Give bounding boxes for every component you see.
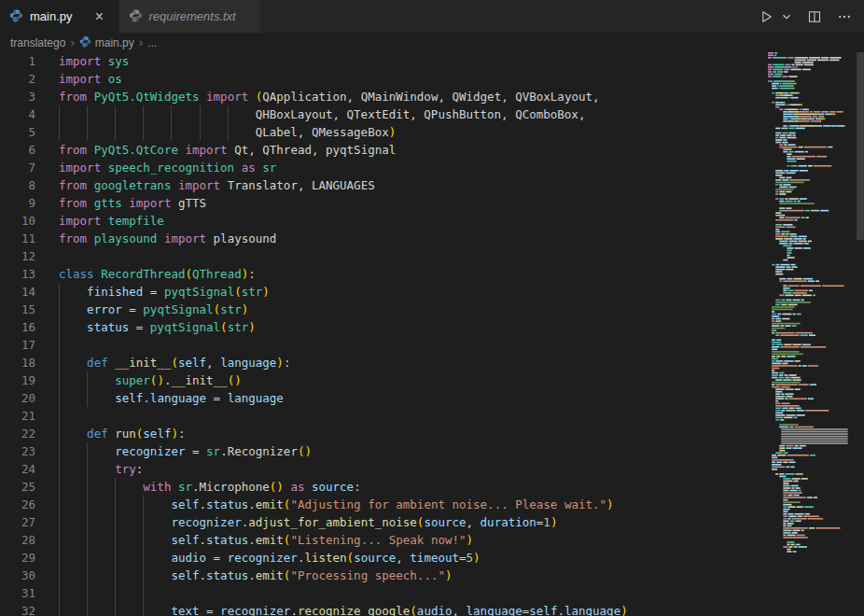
code-line-content: self.status.emit("Adjusting for ambient …: [59, 496, 614, 513]
code-line[interactable]: 5 QLabel, QMessageBox): [0, 123, 864, 141]
code-line[interactable]: 17: [0, 336, 864, 354]
code-line[interactable]: 2import os: [0, 70, 864, 88]
line-number: 22: [0, 425, 35, 442]
code-line[interactable]: 15 error = pyqtSignal(str): [0, 301, 864, 318]
code-line-content: recognizer = sr.Recognizer(): [59, 442, 312, 460]
scrollbar-thumb[interactable]: [857, 52, 864, 240]
code-line[interactable]: 8from googletrans import Translator, LAN…: [0, 176, 864, 194]
indent-guide: [59, 123, 60, 141]
indent-guide: [87, 567, 88, 584]
code-token: (: [185, 267, 192, 281]
vertical-scrollbar[interactable]: [857, 52, 864, 616]
code-line[interactable]: 14 finished = pyqtSignal(str): [0, 283, 864, 301]
code-token: self: [171, 568, 199, 582]
code-line[interactable]: 23 recognizer = sr.Recognizer(): [0, 442, 864, 460]
editor-tab-bar: main.py requirements.txt: [0, 0, 864, 33]
line-number: 1: [0, 52, 35, 70]
code-line[interactable]: 11from playsound import playsound: [0, 230, 864, 247]
code-line[interactable]: 29 audio = recognizer.listen(source, tim…: [0, 549, 864, 567]
run-dropdown-chevron-icon[interactable]: [780, 6, 793, 28]
code-line[interactable]: 26 self.status.emit("Adjusting for ambie…: [0, 496, 864, 513]
code-token: str: [228, 320, 249, 334]
code-line[interactable]: 24 try:: [0, 460, 864, 478]
tab-requirements-txt[interactable]: requirements.txt: [119, 0, 261, 33]
code-line[interactable]: 22 def run(self):: [0, 425, 864, 442]
code-token: QLabel, QMessageBox: [256, 125, 389, 139]
code-line[interactable]: 7import speech_recognition as sr: [0, 159, 864, 176]
code-line[interactable]: 4 QHBoxLayout, QTextEdit, QPushButton, Q…: [0, 105, 864, 123]
code-line-content: from googletrans import Translator, LANG…: [59, 176, 375, 194]
indent-guide: [87, 513, 88, 531]
code-line[interactable]: 16 status = pyqtSignal(str): [0, 318, 864, 336]
code-token: ,: [206, 356, 220, 370]
code-token: def: [87, 427, 115, 441]
code-line[interactable]: 10import tempfile: [0, 212, 864, 230]
split-editor-button[interactable]: [804, 6, 825, 28]
line-number: 4: [0, 105, 35, 123]
line-number: 11: [0, 230, 35, 247]
code-token: PyQt5.QtWidgets: [94, 90, 200, 104]
minimap[interactable]: [763, 52, 857, 616]
code-line[interactable]: 19 super().__init__(): [0, 371, 864, 389]
code-line[interactable]: 20 self.language = language: [0, 389, 864, 407]
code-line-content: from PyQt5.QtCore import Qt, QThread, py…: [59, 141, 396, 159]
code-line[interactable]: 30 self.status.emit("Processing speech..…: [0, 567, 864, 584]
code-line[interactable]: 18 def __init__(self, language):: [0, 354, 864, 371]
code-line[interactable]: 21: [0, 407, 864, 425]
code-line[interactable]: 6from PyQt5.QtCore import Qt, QThread, p…: [0, 141, 864, 159]
line-number: 28: [0, 531, 35, 549]
code-line-content: QLabel, QMessageBox): [59, 123, 396, 141]
code-line[interactable]: 12: [0, 247, 864, 265]
code-token: (): [228, 373, 242, 387]
indent-guide: [115, 513, 116, 531]
code-line[interactable]: 31: [0, 584, 864, 602]
close-tab-icon[interactable]: [91, 7, 109, 26]
run-python-file-button[interactable]: [756, 6, 776, 28]
code-editor[interactable]: 1import sys2import os3from PyQt5.QtWidge…: [0, 52, 864, 616]
pip-file-icon: [129, 8, 143, 25]
line-number: 6: [0, 141, 35, 159]
indent-guide: [200, 123, 201, 141]
code-token: source: [354, 551, 396, 565]
code-line-content: super().__init__(): [59, 371, 242, 389]
line-number: 18: [0, 354, 35, 371]
code-token: =: [122, 302, 144, 316]
indent-guide: [87, 602, 88, 616]
breadcrumb-item-folder[interactable]: translatego: [10, 36, 65, 49]
code-token: import: [171, 178, 227, 192]
code-line[interactable]: 25 with sr.Microphone() as source:: [0, 478, 864, 496]
code-token: ): [620, 604, 628, 616]
code-line[interactable]: 27 recognizer.adjust_for_ambient_noise(s…: [0, 513, 864, 531]
code-line-content: self.status.emit("Listening... Speak now…: [59, 531, 473, 549]
breadcrumb-item-file[interactable]: main.py: [79, 35, 134, 50]
indent-guide: [171, 105, 172, 123]
code-line[interactable]: 32 text = recognizer.recognize_google(au…: [0, 602, 864, 616]
code-area[interactable]: 1import sys2import os3from PyQt5.QtWidge…: [0, 52, 864, 616]
indent-guide: [143, 105, 144, 123]
code-token: import: [59, 161, 108, 175]
code-token: playsound: [214, 231, 277, 245]
more-actions-button[interactable]: [834, 6, 855, 28]
indent-guide: [115, 602, 116, 616]
indent-guide: [59, 496, 60, 513]
indent-guide: [59, 425, 60, 442]
code-token: (: [214, 302, 221, 316]
code-token: (: [347, 551, 355, 565]
code-line[interactable]: 28 self.status.emit("Listening... Speak …: [0, 531, 864, 549]
code-token: QThread: [192, 267, 242, 281]
line-number: 29: [0, 549, 35, 567]
code-line[interactable]: 1import sys: [0, 52, 864, 70]
indent-guide: [87, 123, 88, 141]
code-token: =: [459, 551, 467, 565]
code-token: pyqtSignal: [143, 302, 213, 316]
indent-guide: [115, 105, 116, 123]
code-line[interactable]: 9from gtts import gTTS: [0, 194, 864, 212]
python-file-icon: [79, 35, 91, 50]
code-line[interactable]: 3from PyQt5.QtWidgets import (QApplicati…: [0, 88, 864, 105]
line-number: 10: [0, 212, 35, 230]
code-token: ): [550, 515, 558, 529]
code-line[interactable]: 13class RecordThread(QThread):: [0, 265, 864, 283]
indent-guide: [59, 602, 60, 616]
breadcrumb-item-symbol[interactable]: ...: [147, 36, 157, 49]
tab-main-py[interactable]: main.py: [0, 0, 119, 33]
